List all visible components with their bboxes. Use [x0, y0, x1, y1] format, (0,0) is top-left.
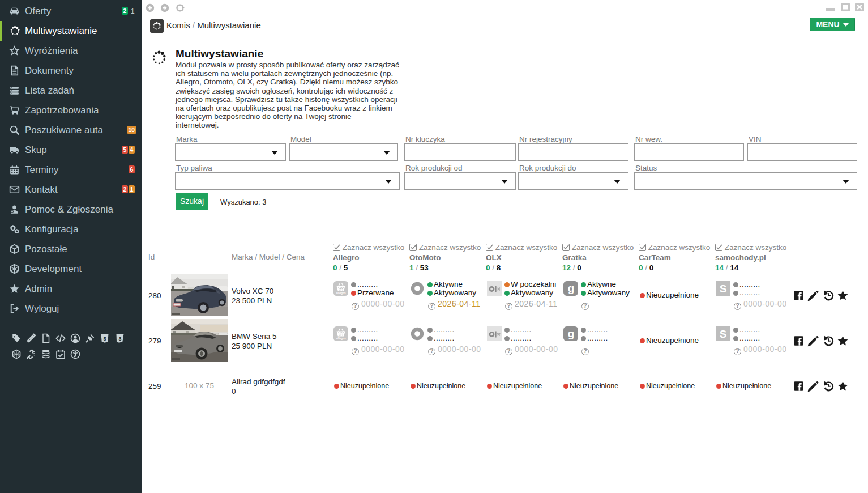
svg-text:3: 3 [118, 336, 121, 342]
svg-text:5: 5 [103, 336, 106, 342]
svg-text:g: g [568, 282, 575, 294]
svg-text:S: S [720, 283, 727, 295]
svg-text:g: g [568, 328, 575, 339]
svg-text:allegro: allegro [336, 291, 345, 295]
svg-text:S: S [720, 328, 727, 340]
svg-text:allegro: allegro [336, 337, 345, 340]
